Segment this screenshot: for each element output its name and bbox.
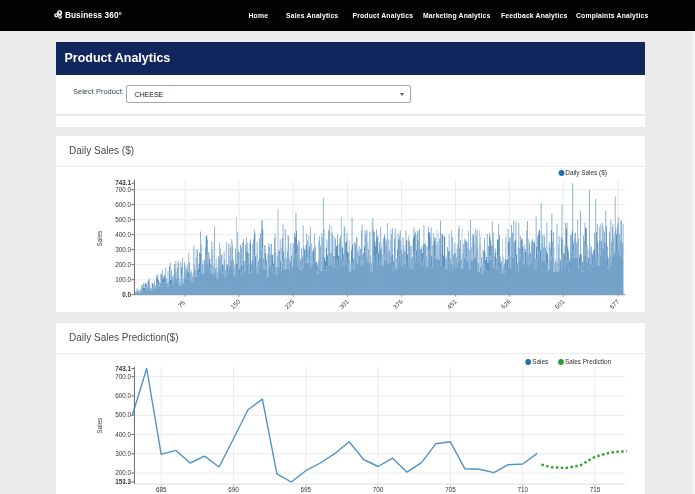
svg-text:Sales: Sales [96, 417, 103, 433]
svg-text:Sales: Sales [96, 230, 103, 246]
svg-text:75: 75 [176, 298, 186, 308]
svg-text:700.0: 700.0 [115, 372, 131, 379]
svg-text:200.0: 200.0 [115, 260, 131, 267]
svg-text:500.0: 500.0 [115, 411, 131, 418]
svg-text:715: 715 [590, 486, 601, 493]
svg-text:301: 301 [338, 297, 351, 310]
svg-text:600.0: 600.0 [115, 200, 131, 207]
svg-text:300.0: 300.0 [115, 449, 131, 456]
svg-text:225: 225 [283, 297, 296, 310]
svg-text:Sales: Sales [532, 358, 548, 365]
svg-text:500.0: 500.0 [115, 215, 131, 222]
svg-text:700: 700 [373, 486, 384, 493]
svg-text:Daily Sales ($): Daily Sales ($) [565, 169, 607, 177]
svg-text:0.0: 0.0 [122, 290, 131, 297]
svg-text:601: 601 [553, 297, 566, 310]
svg-text:153.3: 153.3 [115, 478, 131, 485]
svg-text:526: 526 [499, 297, 512, 310]
svg-text:705: 705 [445, 486, 456, 493]
svg-text:400.0: 400.0 [115, 430, 131, 437]
svg-text:400.0: 400.0 [115, 230, 131, 237]
svg-text:150: 150 [229, 297, 242, 310]
svg-text:600.0: 600.0 [115, 392, 131, 399]
svg-text:376: 376 [392, 297, 405, 310]
svg-text:100.0: 100.0 [115, 275, 131, 282]
svg-text:710: 710 [517, 486, 528, 493]
svg-text:300.0: 300.0 [115, 245, 131, 252]
svg-text:200.0: 200.0 [115, 469, 131, 476]
svg-text:451: 451 [446, 297, 459, 310]
svg-text:685: 685 [156, 486, 167, 493]
svg-text:Sales Prediction: Sales Prediction [565, 358, 612, 365]
svg-text:690: 690 [228, 486, 239, 493]
svg-text:700.0: 700.0 [115, 185, 131, 192]
svg-text:695: 695 [301, 486, 312, 493]
svg-text:743.1: 743.1 [115, 364, 131, 371]
svg-text:677: 677 [608, 297, 621, 310]
